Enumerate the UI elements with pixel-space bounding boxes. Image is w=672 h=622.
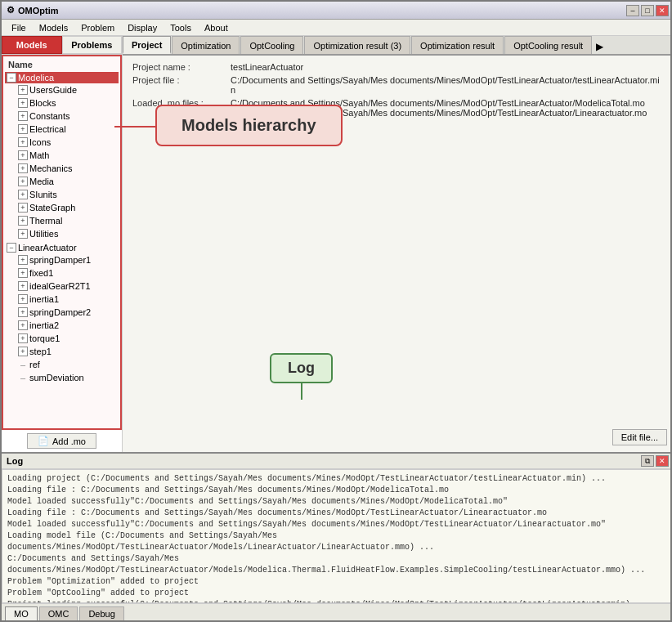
log-line: Problem "Optimization" added to project	[7, 576, 668, 588]
tree-node-usersguide: + UsersGuide	[16, 83, 119, 96]
tree-label-linearactuator: LinearActuator	[18, 243, 77, 253]
log-close-button[interactable]: ✕	[656, 455, 669, 467]
expand-icon[interactable]: +	[18, 85, 28, 95]
log-line: C:/Documents and Settings/Sayah/Mes	[7, 553, 668, 565]
tab-project[interactable]: Project	[123, 36, 171, 54]
expand-icon[interactable]: +	[18, 203, 28, 213]
expand-icon[interactable]: +	[18, 137, 28, 147]
tree-node-modelica: − Modelica + UsersGuide	[5, 71, 119, 241]
title-bar: ⚙ OMOptim – □ ✕	[2, 2, 672, 20]
add-mo-container: 📄 Add .mo	[2, 430, 122, 452]
tab-optimization[interactable]: Optimization	[172, 36, 240, 54]
tree-node-ref: – ref	[16, 358, 119, 371]
log-title: Log	[7, 456, 23, 466]
tree-node-sumdeviation: – sumDeviation	[16, 371, 119, 384]
tab-optimization-result[interactable]: Optimization result	[411, 36, 504, 54]
tree-node-fixed1: + fixed1	[16, 266, 119, 280]
bottom-tab-mo[interactable]: MO	[5, 606, 38, 621]
tab-problems[interactable]: Problems	[62, 36, 123, 54]
tree-node-linearactuator-label[interactable]: − LinearActuator	[5, 242, 119, 253]
tree-node-linearactuator: − LinearActuator + springDamper1	[5, 241, 119, 385]
expand-icon[interactable]: +	[18, 320, 28, 330]
tree-node-idealgearr2t1: + idealGearR2T1	[16, 280, 119, 293]
expand-icon[interactable]: +	[18, 163, 28, 173]
edit-file-container: Edit file...	[612, 429, 667, 445]
minimize-button[interactable]: –	[626, 5, 639, 16]
bottom-tab-debug[interactable]: Debug	[79, 606, 123, 621]
mo-icon: 📄	[38, 436, 49, 446]
window-controls: – □ ✕	[626, 5, 669, 16]
tree-node-media: + Media	[16, 175, 119, 188]
log-float-button[interactable]: ⧉	[641, 455, 654, 467]
sidebar: Models Problems Name − Modelica	[2, 36, 123, 452]
app-icon: ⚙	[7, 5, 15, 16]
project-name-label: Project name :	[132, 62, 231, 72]
tab-nav-arrow[interactable]: ▶	[593, 39, 607, 54]
tree-label-math: Math	[29, 150, 49, 160]
linearactuator-children: + springDamper1 + fixed1	[5, 253, 119, 384]
app-title: OMOptim	[18, 6, 59, 16]
menu-tools[interactable]: Tools	[164, 21, 198, 34]
expand-icon-linearactuator[interactable]: −	[7, 243, 16, 253]
tree-node-step1: + step1	[16, 345, 119, 358]
tree-label-modelica: Modelica	[18, 73, 54, 83]
project-panel: Project name : testLinearActuator Projec…	[123, 56, 672, 452]
log-line: Loading project (C:/Documents and Settin…	[7, 473, 668, 485]
tab-optcooling[interactable]: OptCooling	[240, 36, 303, 54]
log-line: Problem "OptCooling" added to project	[7, 588, 668, 599]
edit-file-button[interactable]: Edit file...	[612, 429, 667, 445]
log-callout-line	[301, 383, 302, 400]
tree-node-icons: + Icons	[16, 136, 119, 149]
tree-node-modelica-label[interactable]: − Modelica	[5, 72, 119, 83]
log-line: Model loaded successfully"C:/Documents a…	[7, 519, 668, 530]
tab-optimization-result-3[interactable]: Optimization result (3)	[304, 36, 410, 54]
expand-icon[interactable]: +	[18, 190, 28, 199]
expand-icon[interactable]: +	[18, 124, 28, 134]
log-line: Model loaded successfully"C:/Documents a…	[7, 496, 668, 508]
tabs-bar: Project Optimization OptCooling Optimiza…	[123, 36, 672, 56]
log-header: Log ⧉ ✕	[2, 454, 672, 469]
add-mo-button[interactable]: 📄 Add .mo	[27, 433, 96, 449]
tab-optcooling-result[interactable]: OptCooling result	[504, 36, 592, 54]
log-callout-wrapper: Log	[7, 456, 23, 466]
bottom-tab-omc[interactable]: OMC	[39, 606, 78, 621]
expand-icon[interactable]: +	[18, 150, 28, 160]
log-line: Loading file : C:/Documents and Settings…	[7, 485, 668, 496]
modelica-children: + UsersGuide + Blocks	[5, 83, 119, 240]
expand-icon[interactable]: +	[18, 281, 28, 291]
close-button[interactable]: ✕	[656, 5, 669, 16]
tree-node-torque1: + torque1	[16, 332, 119, 345]
menu-about[interactable]: About	[198, 21, 235, 34]
expand-icon[interactable]: +	[18, 216, 28, 226]
expand-icon[interactable]: +	[18, 255, 28, 265]
menu-file[interactable]: File	[5, 21, 33, 34]
log-area: Log ⧉ ✕ Log Loading project (C:/Document…	[2, 452, 672, 622]
expand-icon[interactable]: +	[18, 111, 28, 121]
menu-display[interactable]: Display	[121, 21, 164, 34]
expand-icon[interactable]: +	[18, 294, 28, 304]
tab-models[interactable]: Models	[2, 36, 62, 54]
leaf-icon: –	[18, 360, 28, 369]
tree-node-usersguide-label[interactable]: + UsersGuide	[16, 84, 119, 96]
expand-icon[interactable]: +	[18, 98, 28, 108]
menu-models[interactable]: Models	[33, 21, 74, 34]
tree-node-springdamper1: + springDamper1	[16, 253, 119, 266]
menu-problem[interactable]: Problem	[74, 21, 121, 34]
models-hierarchy-callout: Models hierarchy	[155, 105, 343, 146]
expand-icon[interactable]: +	[18, 177, 28, 186]
tree-label-mechanics: Mechanics	[29, 163, 73, 173]
tree-node-springdamper2: + springDamper2	[16, 306, 119, 319]
maximize-button[interactable]: □	[641, 5, 654, 16]
expand-icon[interactable]: +	[18, 347, 28, 356]
log-content[interactable]: Loading project (C:/Documents and Settin…	[2, 469, 672, 603]
tree-node-constants: + Constants	[16, 110, 119, 123]
expand-icon[interactable]: +	[18, 229, 28, 239]
log-controls: ⧉ ✕	[641, 455, 669, 467]
expand-icon[interactable]: +	[18, 307, 28, 317]
expand-icon-modelica[interactable]: −	[7, 73, 16, 83]
expand-icon[interactable]: +	[18, 268, 28, 278]
sidebar-tabs: Models Problems	[2, 36, 122, 55]
tree-node-inertia1: + inertia1	[16, 293, 119, 306]
tree-node-thermal: + Thermal	[16, 214, 119, 227]
expand-icon[interactable]: +	[18, 333, 28, 343]
